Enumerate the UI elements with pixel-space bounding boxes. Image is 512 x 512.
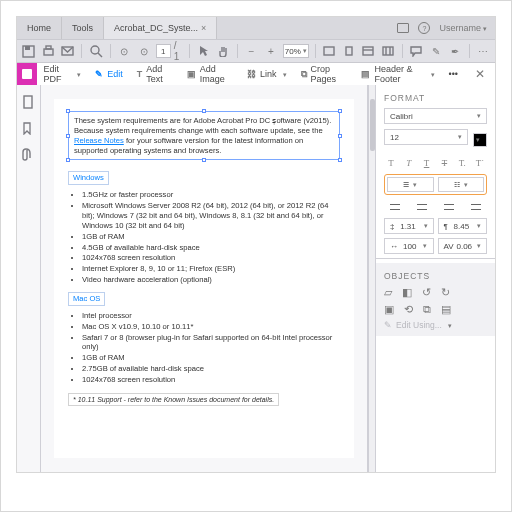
document-page[interactable]: These system requirements are for Adobe … <box>41 85 367 472</box>
edit-using: ✎ Edit Using... <box>384 320 487 330</box>
comment-icon[interactable] <box>408 42 423 60</box>
crop-obj-icon[interactable]: ▣ <box>384 303 394 316</box>
tab-tools[interactable]: Tools <box>62 17 104 39</box>
style-underline[interactable]: T <box>420 155 434 170</box>
horizontal-scale[interactable]: ↔ 100 <box>384 238 434 254</box>
help-icon[interactable]: ? <box>418 22 430 34</box>
svg-rect-3 <box>46 46 51 49</box>
search-icon[interactable] <box>88 42 103 60</box>
list-style-group: ☰ ☷ <box>384 174 487 195</box>
align-obj-icon[interactable]: ▤ <box>441 303 451 316</box>
font-select[interactable]: Calibri <box>384 108 487 124</box>
windows-list: 1.5GHz or faster processorMicrosoft Wind… <box>82 190 340 285</box>
mac-list: Intel processorMac OS X v10.9, 10.10 or … <box>82 311 340 385</box>
close-editbar-icon[interactable]: ✕ <box>465 67 495 81</box>
svg-rect-2 <box>44 49 53 55</box>
align-center[interactable] <box>411 200 434 213</box>
align-right[interactable] <box>438 200 461 213</box>
align-left[interactable] <box>384 200 407 213</box>
objects-title: OBJECTS <box>384 271 487 281</box>
svg-point-5 <box>91 46 99 54</box>
replace-icon[interactable]: ⟲ <box>404 303 413 316</box>
style-italic[interactable]: T <box>402 155 416 170</box>
style-strike[interactable]: T <box>437 155 451 170</box>
mac-heading: Mac OS <box>68 292 105 306</box>
rotate-ccw-icon[interactable]: ↺ <box>422 286 431 299</box>
thumbnails-icon[interactable] <box>380 42 395 60</box>
header-footer-button[interactable]: ▤Header & Footer <box>354 63 441 85</box>
username-menu[interactable]: Username <box>439 23 487 33</box>
tab-home[interactable]: Home <box>17 17 62 39</box>
add-text-button[interactable]: TAdd Text <box>130 63 180 85</box>
sign-icon[interactable]: ✒ <box>447 42 462 60</box>
font-size[interactable]: 12 <box>384 129 468 145</box>
release-notes-link[interactable]: Release Notes <box>74 136 124 145</box>
print-icon[interactable] <box>40 42 55 60</box>
style-sup[interactable]: T˙ <box>473 155 487 170</box>
svg-rect-1 <box>25 46 30 50</box>
close-icon[interactable]: × <box>201 23 206 33</box>
mail-icon[interactable] <box>60 42 75 60</box>
flip-h-icon[interactable]: ◧ <box>402 286 412 299</box>
fit-page-icon[interactable] <box>341 42 356 60</box>
style-sub[interactable]: T. <box>455 155 469 170</box>
add-image-button[interactable]: ▣Add Image <box>180 63 240 85</box>
link-button[interactable]: ⛓Link <box>240 63 294 85</box>
fit-width-icon[interactable] <box>322 42 337 60</box>
attachments-icon[interactable] <box>22 147 36 161</box>
tracking[interactable]: AV 0.06 <box>438 238 488 254</box>
zoom-out-icon[interactable]: − <box>244 42 259 60</box>
tab-document[interactable]: Acrobat_DC_Syste...× <box>104 17 217 39</box>
format-title: FORMAT <box>384 93 487 103</box>
svg-rect-10 <box>24 96 32 108</box>
color-swatch[interactable] <box>473 133 487 147</box>
window-icon[interactable] <box>397 23 409 33</box>
align-justify[interactable] <box>464 200 487 213</box>
footnote: * 10.11 Support - refer to the Known Iss… <box>68 393 279 406</box>
zoom-in-icon[interactable]: + <box>263 42 278 60</box>
crop-button[interactable]: ⧉Crop Pages <box>294 63 355 85</box>
edit-button[interactable]: ✎Edit <box>88 63 130 85</box>
windows-heading: Windows <box>68 171 109 185</box>
edit-pdf-tool-icon[interactable] <box>17 63 37 85</box>
svg-rect-7 <box>346 47 352 55</box>
svg-rect-6 <box>324 47 334 55</box>
hand-icon[interactable] <box>215 42 230 60</box>
more-button[interactable]: ••• <box>442 63 465 85</box>
next-page-icon[interactable]: ⊙ <box>136 42 151 60</box>
share-icon[interactable]: ⋯ <box>476 42 491 60</box>
paragraph-spacing[interactable]: ¶ 8.45 <box>438 218 488 234</box>
svg-rect-9 <box>383 47 393 55</box>
line-height[interactable]: ‡ 1.31 <box>384 218 434 234</box>
panel-scrollbar[interactable] <box>368 85 376 472</box>
rotate-cw-icon[interactable]: ↻ <box>441 286 450 299</box>
flip-v-icon[interactable]: ▱ <box>384 286 392 299</box>
bookmarks-icon[interactable] <box>22 121 36 135</box>
selected-text-block[interactable]: These system requirements are for Adobe … <box>68 111 340 160</box>
save-icon[interactable] <box>21 42 36 60</box>
zoom-select[interactable]: 70% <box>283 44 309 58</box>
editpdf-title: Edit PDF <box>37 63 89 85</box>
bullet-list-button[interactable]: ☰ <box>387 177 434 192</box>
pages-panel-icon[interactable] <box>22 95 36 109</box>
rotate-icon[interactable] <box>361 42 376 60</box>
page-indicator[interactable]: 1 / 1 <box>156 40 184 62</box>
pointer-icon[interactable] <box>196 42 211 60</box>
number-list-button[interactable]: ☷ <box>438 177 485 192</box>
arrange-icon[interactable]: ⧉ <box>423 303 431 316</box>
prev-page-icon[interactable]: ⊙ <box>117 42 132 60</box>
svg-rect-8 <box>363 47 373 55</box>
highlight-icon[interactable]: ✎ <box>428 42 443 60</box>
style-regular[interactable]: T <box>384 155 398 170</box>
